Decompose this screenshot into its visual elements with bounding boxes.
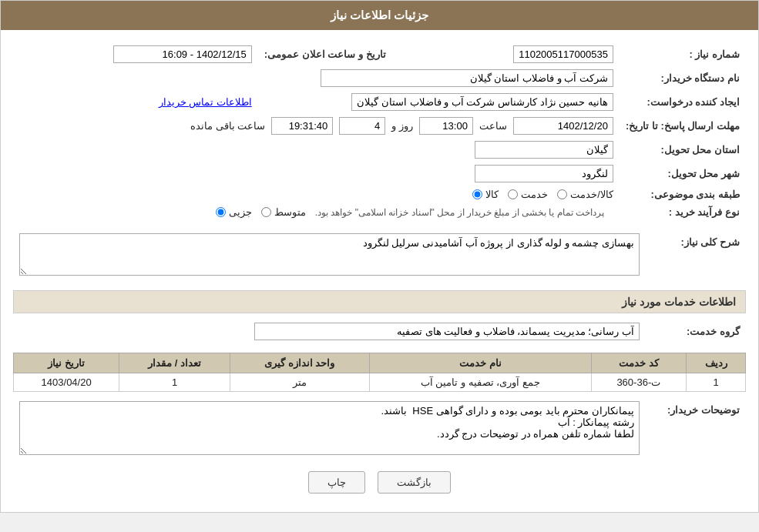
radio-input-kala-khedmat[interactable] [557, 189, 567, 199]
radio-motavaset[interactable]: متوسط [261, 206, 306, 218]
radio-khedmat[interactable]: خدمت [508, 189, 548, 200]
td-radif: 1 [687, 373, 746, 392]
service-table-header-row: ردیف کد خدمت نام خدمت واحد اندازه گیری ت… [14, 353, 746, 373]
form-row-ostan: استان محل تحویل: [13, 138, 746, 162]
service-table: ردیف کد خدمت نام خدمت واحد اندازه گیری ت… [13, 353, 746, 392]
form-row-tozihat: توضیحات خریدار: [13, 398, 746, 460]
radio-jozi-label: جزیی [229, 206, 252, 218]
label-saat-mande: ساعت باقی مانده [190, 120, 265, 132]
input-mohlat-roz[interactable] [339, 117, 385, 135]
header-title: جزئیات اطلاعات نیاز [331, 8, 428, 22]
input-grooh[interactable] [254, 323, 640, 340]
form-row-1: شماره نیاز : تاریخ و ساعت اعلان عمومی: [13, 42, 746, 66]
input-tarikh-saat[interactable] [113, 45, 252, 63]
label-tabaghe: طبقه بندی موضوعی: [620, 186, 746, 203]
label-now-farayand: نوع فرآیند خرید : [620, 203, 746, 221]
radio-group-tabaghe: کالا/خدمت خدمت کالا [19, 189, 613, 200]
back-button[interactable]: بازگشت [378, 471, 451, 494]
th-nam: نام خدمت [369, 353, 591, 373]
grooh-table: گروه خدمت: [13, 320, 746, 343]
textarea-sharh[interactable] [19, 233, 640, 276]
radio-group-farayand: پرداخت تمام یا بخشی از مبلغ خریدار از مح… [19, 206, 613, 218]
cell-ejad-konande [258, 90, 620, 114]
input-mohlat-date[interactable] [513, 117, 613, 135]
td-kod: ت-36-360 [591, 373, 687, 392]
td-tarikh: 1403/04/20 [14, 373, 119, 392]
label-nam-dastgah: نام دستگاه خریدار: [620, 66, 746, 90]
cell-ostan [13, 138, 620, 162]
page-wrapper: جزئیات اطلاعات نیاز شماره نیاز : تاریخ و… [0, 0, 759, 513]
th-tarikh: تاریخ نیاز [14, 353, 119, 373]
input-mohlat-saat-mande[interactable] [271, 117, 333, 135]
note-text: پرداخت تمام یا بخشی از مبلغ خریدار از مح… [315, 207, 604, 218]
radio-motavaset-label: متوسط [274, 206, 306, 218]
input-shahr[interactable] [475, 165, 613, 182]
th-kod: کد خدمت [591, 353, 687, 373]
input-shomare-niaz[interactable] [513, 45, 613, 63]
th-radif: ردیف [687, 353, 746, 373]
page-header: جزئیات اطلاعات نیاز [1, 1, 758, 30]
radio-input-motavaset[interactable] [261, 207, 271, 217]
label-tozihat: توضیحات خریدار: [646, 398, 746, 460]
sharh-table: شرح کلی نیاز: [13, 230, 746, 281]
cell-sharh [13, 230, 646, 281]
input-ejad-konande[interactable] [351, 93, 613, 111]
cell-tarikh-saat [13, 42, 258, 66]
cell-now-farayand: پرداخت تمام یا بخشی از مبلغ خریدار از مح… [13, 203, 620, 221]
td-tedad: 1 [119, 373, 230, 392]
radio-kala-khedmat[interactable]: کالا/خدمت [557, 189, 613, 200]
input-ostan[interactable] [475, 141, 613, 159]
cell-tozihat [13, 398, 646, 460]
cell-shomare-niaz [392, 42, 620, 66]
label-saat: ساعت [479, 120, 507, 132]
label-shahr: شهر محل تحویل: [620, 162, 746, 186]
cell-mohlat: ساعت روز و ساعت باقی مانده [13, 114, 620, 138]
radio-kala[interactable]: کالا [472, 189, 499, 200]
section-khedamat: اطلاعات خدمات مورد نیاز [13, 290, 746, 313]
label-tarikh-saat: تاریخ و ساعت اعلان عمومی: [258, 42, 392, 66]
td-nam: جمع آوری، تصفیه و تامین آب [369, 373, 591, 392]
form-row-grooh: گروه خدمت: [13, 320, 746, 343]
th-vahed: واحد اندازه گیری [230, 353, 369, 373]
label-roz: روز و [391, 120, 413, 132]
form-row-sharh: شرح کلی نیاز: [13, 230, 746, 281]
input-mohlat-saat[interactable] [419, 117, 473, 135]
form-row-now-farayand: نوع فرآیند خرید : پرداخت تمام یا بخشی از… [13, 203, 746, 221]
cell-nam-dastgah [13, 66, 620, 90]
table-row: 1ت-36-360جمع آوری، تصفیه و تامین آبمتر11… [14, 373, 746, 392]
label-ostan: استان محل تحویل: [620, 138, 746, 162]
service-table-head: ردیف کد خدمت نام خدمت واحد اندازه گیری ت… [14, 353, 746, 373]
tozihat-table: توضیحات خریدار: [13, 398, 746, 460]
th-tedad: تعداد / مقدار [119, 353, 230, 373]
cell-ettelaat-tamas: اطلاعات تماس خریدار [13, 90, 258, 114]
radio-khedmat-label: خدمت [521, 189, 548, 200]
input-nam-dastgah[interactable] [321, 69, 613, 87]
mohlat-row: ساعت روز و ساعت باقی مانده [19, 117, 613, 135]
label-grooh: گروه خدمت: [646, 320, 746, 343]
label-mohlat: مهلت ارسال پاسخ: تا تاریخ: [620, 114, 746, 138]
td-vahed: متر [230, 373, 369, 392]
cell-grooh [13, 320, 646, 343]
radio-jozi[interactable]: جزیی [216, 206, 252, 218]
button-area: بازگشت چاپ [13, 471, 746, 494]
label-shomare-niaz: شماره نیاز : [620, 42, 746, 66]
main-form-table: شماره نیاز : تاریخ و ساعت اعلان عمومی: ن… [13, 42, 746, 221]
radio-input-khedmat[interactable] [508, 189, 518, 199]
cell-tabaghe: کالا/خدمت خدمت کالا [13, 186, 620, 203]
radio-input-jozi[interactable] [216, 207, 226, 217]
label-sharh: شرح کلی نیاز: [646, 230, 746, 281]
service-table-body: 1ت-36-360جمع آوری، تصفیه و تامین آبمتر11… [14, 373, 746, 392]
form-row-mohlat: مهلت ارسال پاسخ: تا تاریخ: ساعت روز و سا… [13, 114, 746, 138]
radio-input-kala[interactable] [472, 189, 482, 199]
textarea-tozihat[interactable] [19, 401, 640, 455]
form-row-tabaghe: طبقه بندی موضوعی: کالا/خدمت خدمت کالا [13, 186, 746, 203]
content-area: شماره نیاز : تاریخ و ساعت اعلان عمومی: ن… [1, 30, 758, 512]
cell-shahr [13, 162, 620, 186]
label-ejad-konande: ایجاد کننده درخواست: [620, 90, 746, 114]
form-row-shahr: شهر محل تحویل: [13, 162, 746, 186]
print-button[interactable]: چاپ [308, 471, 365, 494]
form-row-2: نام دستگاه خریدار: [13, 66, 746, 90]
radio-kala-khedmat-label: کالا/خدمت [570, 189, 613, 200]
form-row-3: ایجاد کننده درخواست: اطلاعات تماس خریدار [13, 90, 746, 114]
link-ettelaat-tamas[interactable]: اطلاعات تماس خریدار [159, 96, 252, 108]
